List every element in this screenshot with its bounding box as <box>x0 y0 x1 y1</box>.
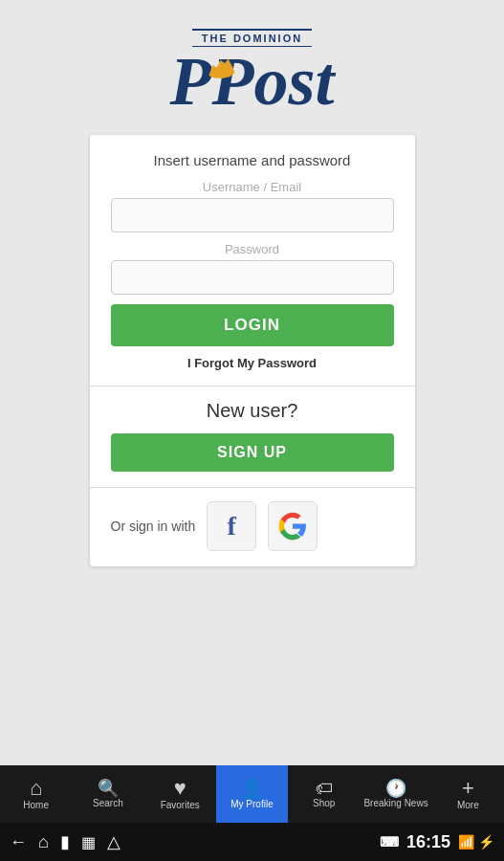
home-icon: ⌂ <box>30 778 42 799</box>
login-section: Insert username and password Username / … <box>90 135 415 386</box>
screenshot-icon: ⌨ <box>380 834 399 850</box>
or-sign-in-text: Or sign in with <box>111 519 196 534</box>
wv-state-icon <box>207 55 237 81</box>
breaking-news-icon: 🕐 <box>385 780 406 797</box>
signup-section: New user? SIGN UP <box>90 386 415 488</box>
recents-icon[interactable]: ▮ <box>60 831 70 852</box>
forgot-password-link[interactable]: I Forgot My Password <box>111 356 394 370</box>
username-input[interactable] <box>111 198 394 232</box>
google-icon <box>278 512 307 541</box>
search-icon: 🔍 <box>98 780 119 797</box>
nav-label-search: Search <box>93 799 123 808</box>
status-indicators: 📶 ⚡ <box>458 834 494 850</box>
logo-container: THE DOMINION P Post <box>170 29 335 116</box>
facebook-signin-button[interactable]: f <box>207 501 256 551</box>
nav-label-favorites: Favorites <box>161 801 200 810</box>
nav-label-shop: Shop <box>313 799 335 808</box>
nav-item-my-profile[interactable]: 👤 My Profile <box>216 765 288 823</box>
home-soft-icon[interactable]: ⌂ <box>38 832 49 852</box>
status-right: ⌨ 16:15 📶 ⚡ <box>380 832 494 852</box>
password-input[interactable] <box>111 260 394 295</box>
nav-item-shop[interactable]: 🏷 Shop <box>288 765 360 823</box>
nav-indicator: △ <box>107 831 121 852</box>
svg-marker-0 <box>208 59 234 78</box>
nav-item-more[interactable]: + More <box>432 765 504 823</box>
logo-post-text: P Post <box>170 47 335 116</box>
bottom-nav: ⌂ Home 🔍 Search ♥ Favorites 👤 My Profile… <box>0 765 504 823</box>
login-card: Insert username and password Username / … <box>90 135 415 566</box>
battery-icon: ⚡ <box>478 834 494 850</box>
nav-item-home[interactable]: ⌂ Home <box>0 765 72 823</box>
login-button[interactable]: LOGIN <box>111 304 394 346</box>
nav-label-my-profile: My Profile <box>230 800 273 809</box>
back-icon[interactable]: ← <box>10 832 27 852</box>
shop-icon: 🏷 <box>316 780 333 797</box>
username-label: Username / Email <box>111 180 394 194</box>
logo-post-container: P Post <box>170 47 335 116</box>
login-title: Insert username and password <box>111 152 394 168</box>
signup-button[interactable]: SIGN UP <box>111 433 394 472</box>
nav-label-more: More <box>457 801 479 810</box>
my-profile-icon: 👤 <box>240 779 264 798</box>
new-user-text: New user? <box>111 400 394 422</box>
social-section: Or sign in with f <box>90 488 415 566</box>
google-signin-button[interactable] <box>268 501 318 551</box>
nav-label-home: Home <box>23 801 49 810</box>
facebook-icon: f <box>228 511 236 541</box>
barcode-icon[interactable]: ▦ <box>81 833 96 851</box>
status-left: ← ⌂ ▮ ▦ △ <box>10 831 121 852</box>
status-bar: ← ⌂ ▮ ▦ △ ⌨ 16:15 📶 ⚡ <box>0 823 504 861</box>
nav-item-breaking-news[interactable]: 🕐 Breaking News <box>360 765 431 823</box>
status-time: 16:15 <box>406 832 450 852</box>
wifi-icon: 📶 <box>458 834 474 850</box>
favorites-icon: ♥ <box>174 778 186 799</box>
more-icon: + <box>462 778 474 799</box>
nav-label-breaking-news: Breaking News <box>363 799 427 808</box>
main-content: THE DOMINION P Post Insert username and … <box>0 0 504 765</box>
password-label: Password <box>111 242 394 256</box>
nav-item-search[interactable]: 🔍 Search <box>72 765 143 823</box>
nav-item-favorites[interactable]: ♥ Favorites <box>144 765 216 823</box>
